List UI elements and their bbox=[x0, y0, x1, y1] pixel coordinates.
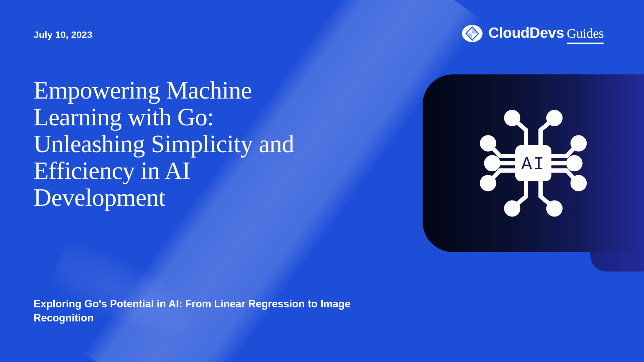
brand-logo: CloudDevs Guides bbox=[462, 23, 604, 44]
svg-point-13 bbox=[573, 137, 585, 149]
svg-point-15 bbox=[573, 177, 585, 189]
brush-smear bbox=[45, 233, 209, 355]
svg-point-14 bbox=[568, 157, 580, 169]
logo-mark-icon bbox=[462, 23, 483, 44]
page-title: Empowering Machine Learning with Go: Unl… bbox=[34, 77, 312, 211]
svg-point-11 bbox=[486, 157, 498, 169]
svg-point-12 bbox=[482, 177, 494, 189]
illustration-card: AI bbox=[423, 74, 644, 252]
card-notch bbox=[590, 252, 644, 272]
svg-point-8 bbox=[506, 202, 518, 215]
svg-point-9 bbox=[548, 202, 560, 215]
svg-point-7 bbox=[548, 112, 560, 124]
page-subtitle: Exploring Go's Potential in AI: From Lin… bbox=[34, 297, 369, 325]
chip-label: AI bbox=[521, 154, 545, 175]
logo-text: CloudDevs Guides bbox=[488, 24, 604, 43]
publish-date: July 10, 2023 bbox=[34, 29, 92, 40]
ai-chip-icon: AI bbox=[473, 103, 594, 224]
logo-brand: CloudDevs bbox=[488, 24, 564, 41]
svg-point-6 bbox=[506, 112, 518, 124]
logo-sub: Guides bbox=[567, 25, 604, 43]
svg-point-10 bbox=[482, 137, 494, 149]
